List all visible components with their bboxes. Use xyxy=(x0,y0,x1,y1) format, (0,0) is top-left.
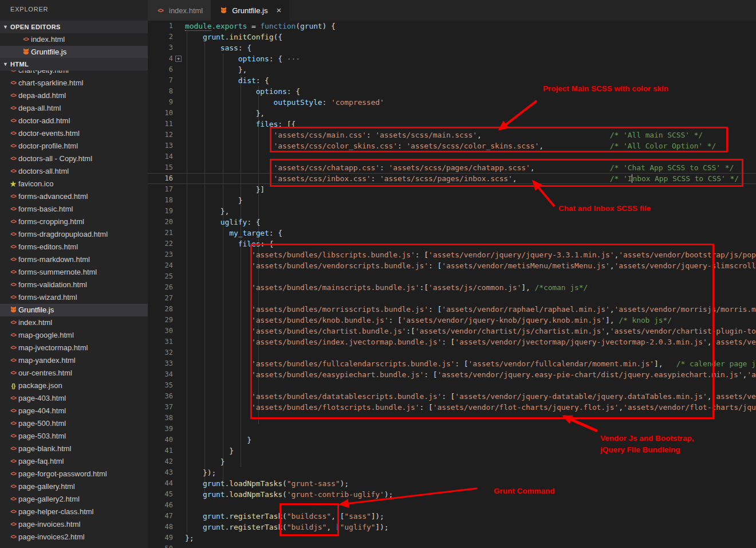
html-file-icon: <> xyxy=(8,291,18,304)
fold-expand-icon[interactable]: + xyxy=(175,56,182,62)
line-number: 16 xyxy=(148,173,173,184)
line-number: 39 xyxy=(148,424,173,435)
line-number: 42 xyxy=(148,456,173,467)
code-line-44: 44 grunt.loadNpmTasks("grunt-sass"); xyxy=(148,478,756,489)
sidebar-item-depa-add-html[interactable]: <>depa-add.html xyxy=(0,89,148,102)
code-line-17: 17 }] xyxy=(148,184,756,195)
html-file-icon: <> xyxy=(8,115,18,127)
html-file-icon: <> xyxy=(8,455,18,468)
sidebar-item-page-gallery-html[interactable]: <>page-gallery.html xyxy=(0,480,148,493)
sidebar-item-favicon-ico[interactable]: ★favicon.ico xyxy=(0,178,148,190)
tab-index-html[interactable]: <>index.html xyxy=(148,0,211,21)
code-line-18: 18 } xyxy=(148,195,756,206)
sidebar-item-map-yandex-html[interactable]: <>map-yandex.html xyxy=(0,354,148,367)
html-file-icon: <> xyxy=(21,33,31,46)
html-file-icon: <> xyxy=(8,506,18,518)
code-line-7: 7 dist: { xyxy=(148,75,756,86)
line-number: 50 xyxy=(148,543,173,548)
sidebar-item-page-invoices-html[interactable]: <>page-invoices.html xyxy=(0,518,148,531)
line-number: 44 xyxy=(148,478,173,489)
code-line-34: 34 'assets/bundles/easypiechart.bundle.j… xyxy=(148,369,756,380)
tab-label: Gruntfile.js xyxy=(232,6,267,15)
code-text: sass: { xyxy=(185,42,251,53)
line-number: 7 xyxy=(148,75,173,86)
code-line-46: 46 xyxy=(148,500,756,511)
sidebar-item-forms-dragdropupload-html[interactable]: <>forms-dragdropupload.html xyxy=(0,228,148,241)
file-label: forms-cropping.html xyxy=(18,217,84,226)
sidebar-item-gruntfile-js[interactable]: Gruntfile.js xyxy=(0,46,148,58)
html-file-icon: <> xyxy=(8,89,18,102)
sidebar-item-forms-basic-html[interactable]: <>forms-basic.html xyxy=(0,203,148,216)
sidebar-item-forms-wizard-html[interactable]: <>forms-wizard.html xyxy=(0,291,148,304)
sidebar-item-page-403-html[interactable]: <>page-403.html xyxy=(0,392,148,405)
sidebar-item-doctors-all-html[interactable]: <>doctors-all.html xyxy=(0,165,148,178)
sidebar-item-forms-validation-html[interactable]: <>forms-validation.html xyxy=(0,279,148,291)
file-label: page-invoices2.html xyxy=(18,533,85,541)
code-line-47: 47 grunt.registerTask("buildcss", ["sass… xyxy=(148,511,756,522)
close-tab-icon[interactable]: × xyxy=(276,6,281,14)
file-label: forms-summernote.html xyxy=(18,268,97,276)
sidebar-item-forms-markdown-html[interactable]: <>forms-markdown.html xyxy=(0,253,148,266)
code-text: files: [{ xyxy=(185,119,296,130)
line-number: 37 xyxy=(148,402,173,413)
section-header-open-editors[interactable]: ▼ OPEN EDITORS xyxy=(0,21,148,33)
line-number: 22 xyxy=(148,238,173,249)
favicon-star-icon: ★ xyxy=(8,178,18,190)
code-text: 'assets/bundles/libscripts.bundle.js': [… xyxy=(185,249,756,260)
sidebar-item-chart-sparkline-html[interactable]: <>chart-sparkline.html xyxy=(0,77,148,89)
sidebar-item-gruntfile-js[interactable]: Gruntfile.js xyxy=(0,304,148,316)
code-line-45: 45 grunt.loadNpmTasks('grunt-contrib-ugl… xyxy=(148,489,756,500)
sidebar-item-page-gallery2-html[interactable]: <>page-gallery2.html xyxy=(0,493,148,506)
code-text: 'assets/css/color_skins.css': 'assets/sc… xyxy=(185,140,716,151)
html-file-icon: <> xyxy=(8,203,18,216)
sidebar-item-page-helper-class-html[interactable]: <>page-helper-class.html xyxy=(0,506,148,518)
code-text: files: { xyxy=(185,238,274,249)
code-line-22: 22 files: { xyxy=(148,238,756,249)
line-number: 46 xyxy=(148,500,173,511)
tab-gruntfile-js[interactable]: Gruntfile.js× xyxy=(211,0,289,21)
code-line-10: 10 }, xyxy=(148,108,756,119)
sidebar-item-page-500-html[interactable]: <>page-500.html xyxy=(0,417,148,430)
sidebar-item-depa-all-html[interactable]: <>depa-all.html xyxy=(0,102,148,115)
sidebar-item-index-html[interactable]: <>index.html xyxy=(0,33,148,46)
sidebar-item-page-forgot-password-html[interactable]: <>page-forgot-password.html xyxy=(0,468,148,480)
code-line-41: 41 } xyxy=(148,445,756,456)
sidebar-item-map-jvectormap-html[interactable]: <>map-jvectormap.html xyxy=(0,342,148,354)
line-number: 1 xyxy=(148,21,173,32)
line-number: 13 xyxy=(148,140,173,151)
line-number: 41 xyxy=(148,445,173,456)
section-header-html[interactable]: ▼ HTML xyxy=(0,58,148,71)
sidebar-item-doctor-events-html[interactable]: <>doctor-events.html xyxy=(0,127,148,140)
code-line-33: 33 'assets/bundles/fullcalendarscripts.b… xyxy=(148,358,756,369)
sidebar-item-page-404-html[interactable]: <>page-404.html xyxy=(0,405,148,417)
explorer-title: EXPLORER xyxy=(10,6,48,13)
sidebar-item-forms-editors-html[interactable]: <>forms-editors.html xyxy=(0,241,148,253)
sidebar-item-page-invoices2-html[interactable]: <>page-invoices2.html xyxy=(0,531,148,543)
code-line-1: 1module.exports = function(grunt) { xyxy=(148,21,756,32)
html-file-icon: <> xyxy=(8,443,18,455)
code-editor[interactable]: 1module.exports = function(grunt) {2 gru… xyxy=(148,21,756,548)
sidebar-item-package-json[interactable]: {}package.json xyxy=(0,379,148,392)
code-line-37: 37 'assets/bundles/flotscripts.bundle.js… xyxy=(148,402,756,413)
code-text: } xyxy=(185,435,251,445)
code-line-31: 31 'assets/bundles/index.jvectormap.bund… xyxy=(148,336,756,347)
sidebar-item-index-html[interactable]: <>index.html xyxy=(0,316,148,329)
sidebar-item-forms-summernote-html[interactable]: <>forms-summernote.html xyxy=(0,266,148,279)
sidebar-item-our-centres-html[interactable]: <>our-centres.html xyxy=(0,367,148,379)
html-file-icon: <> xyxy=(8,152,18,165)
sidebar-item-doctor-profile-html[interactable]: <>doctor-profile.html xyxy=(0,140,148,152)
sidebar-item-forms-cropping-html[interactable]: <>forms-cropping.html xyxy=(0,216,148,228)
code-line-16: 16 'assets/css/inbox.css': 'assets/scss/… xyxy=(148,173,756,184)
file-label: package.json xyxy=(18,381,62,390)
sidebar-item-forms-advanced-html[interactable]: <>forms-advanced.html xyxy=(0,190,148,203)
sidebar-item-doctors-all-copy-html[interactable]: <>doctors-all - Copy.html xyxy=(0,152,148,165)
sidebar-item-doctor-add-html[interactable]: <>doctor-add.html xyxy=(0,115,148,127)
sidebar-item-page-503-html[interactable]: <>page-503.html xyxy=(0,430,148,443)
sidebar-item-page-faq-html[interactable]: <>page-faq.html xyxy=(0,455,148,468)
file-label: index.html xyxy=(18,318,52,327)
sidebar-item-page-blank-html[interactable]: <>page-blank.html xyxy=(0,443,148,455)
file-label: page-gallery2.html xyxy=(18,495,80,503)
sidebar-item-map-google-html[interactable]: <>map-google.html xyxy=(0,329,148,342)
code-line-6: 6 }, xyxy=(148,64,756,75)
file-label: page-forgot-password.html xyxy=(18,469,107,478)
